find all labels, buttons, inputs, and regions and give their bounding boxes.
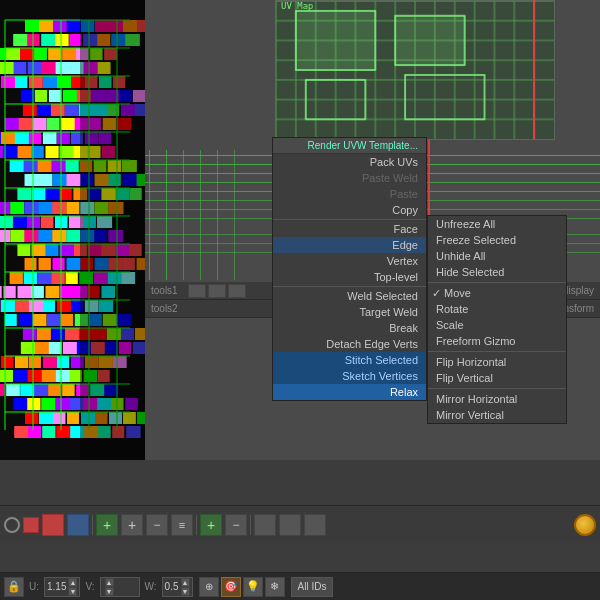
tb-btn[interactable] [228, 284, 246, 298]
w-spinner[interactable]: ▲ ▼ [181, 578, 190, 596]
v-line [200, 150, 201, 280]
submenu-freeform[interactable]: Freeform Gizmo [428, 333, 566, 349]
submenu-sep-1 [428, 282, 566, 283]
lock-btn[interactable]: 🔒 [4, 577, 24, 597]
menu-item-target-weld[interactable]: Target Weld [273, 304, 426, 320]
toolbar-buttons-1 [184, 284, 250, 298]
w-up-btn[interactable]: ▲ [181, 578, 190, 587]
menu-item-copy[interactable]: Copy [273, 202, 426, 218]
submenu-sep-3 [428, 388, 566, 389]
light-btn[interactable]: 💡 [243, 577, 263, 597]
tb-btn[interactable] [188, 284, 206, 298]
active-tool-btn[interactable] [42, 514, 64, 536]
plus-btn-3[interactable]: + [200, 514, 222, 536]
v-line [217, 150, 218, 280]
separator [250, 515, 251, 535]
separator [92, 515, 93, 535]
u-up-btn[interactable]: ▲ [68, 578, 77, 587]
submenu-flip-v[interactable]: Flip Vertical [428, 370, 566, 386]
v-line [149, 150, 150, 280]
submenu-mirror-v[interactable]: Mirror Vertical [428, 407, 566, 423]
menu-item-edge[interactable]: Edge [273, 237, 426, 253]
minus-btn-1[interactable]: − [146, 514, 168, 536]
menu-item-paste-weld: Paste Weld [273, 170, 426, 186]
menu-separator-2 [273, 286, 426, 287]
menu-separator-1 [273, 219, 426, 220]
red-accent-line [533, 0, 535, 140]
select-btn-2[interactable] [304, 514, 326, 536]
uv-grid [276, 1, 554, 139]
all-ids-btn[interactable]: All IDs [291, 577, 334, 597]
bottom-toolbar: + + − ≡ + − [0, 505, 600, 543]
v-spinner[interactable]: ▲ ▼ [105, 578, 114, 596]
w-value: 0.5 [165, 581, 179, 592]
snowflake-btn[interactable]: ❄ [265, 577, 285, 597]
submenu-flip-h[interactable]: Flip Horizontal [428, 354, 566, 370]
plus-btn-1[interactable]: + [96, 514, 118, 536]
v-label: V: [82, 581, 97, 592]
w-down-btn[interactable]: ▼ [181, 587, 190, 596]
u-spinner[interactable]: ▲ ▼ [68, 578, 77, 596]
main-container: tools1 display tools2 transform Render U… [0, 0, 600, 600]
submenu-mirror-h[interactable]: Mirror Horizontal [428, 391, 566, 407]
snap-btn[interactable]: 🎯 [221, 577, 241, 597]
orange-circle-btn[interactable] [574, 514, 596, 536]
w-label: W: [142, 581, 160, 592]
submenu-rotate[interactable]: Rotate [428, 301, 566, 317]
minus-btn-2[interactable]: − [225, 514, 247, 536]
tools2-label: tools2 [145, 303, 184, 314]
menu-item-relax[interactable]: Relax [273, 384, 426, 400]
submenu-unfreeze-all[interactable]: Unfreeze All [428, 216, 566, 232]
uv-vertical-lines [145, 150, 235, 280]
submenu-freeze-selected[interactable]: Freeze Selected [428, 232, 566, 248]
uvw-btn[interactable] [67, 514, 89, 536]
tools1-label: tools1 [145, 285, 184, 296]
menu-item-pack-uvs[interactable]: Pack UVs [273, 154, 426, 170]
v-line [183, 150, 184, 280]
magnet-btn[interactable]: ⊕ [199, 577, 219, 597]
display-label: display [563, 285, 600, 296]
mesh-canvas [0, 0, 145, 460]
menu-item-detach-edge[interactable]: Detach Edge Verts [273, 336, 426, 352]
v-line [234, 150, 235, 280]
menu-item-render-uvw[interactable]: Render UVW Template... [273, 138, 426, 154]
submenu-move[interactable]: Move [428, 285, 566, 301]
tb-btn[interactable] [208, 284, 226, 298]
status-bar: 🔒 U: 1.15 ▲ ▼ V: ▲ ▼ W: 0.5 ▲ ▼ [0, 572, 600, 600]
w-field: 0.5 ▲ ▼ [162, 577, 193, 597]
submenu-sep-2 [428, 351, 566, 352]
menu-item-sketch[interactable]: Sketch Vertices [273, 368, 426, 384]
brush-btn[interactable] [254, 514, 276, 536]
submenu-unhide-all[interactable]: Unhide All [428, 248, 566, 264]
u-field: 1.15 ▲ ▼ [44, 577, 80, 597]
viewport-left [0, 0, 145, 460]
uv-canvas [275, 0, 555, 140]
submenu-scale[interactable]: Scale [428, 317, 566, 333]
context-menu: Render UVW Template... Pack UVs Paste We… [272, 137, 427, 401]
circle-select-btn[interactable] [279, 514, 301, 536]
menu-item-vertex[interactable]: Vertex [273, 253, 426, 269]
menu-item-stitch[interactable]: Stitch Selected [273, 352, 426, 368]
u-value: 1.15 [47, 581, 66, 592]
v-down-btn[interactable]: ▼ [105, 587, 114, 596]
submenu-hide-selected[interactable]: Hide Selected [428, 264, 566, 280]
context-submenu: Unfreeze All Freeze Selected Unhide All … [427, 215, 567, 424]
move-btn[interactable] [23, 517, 39, 533]
u-down-btn[interactable]: ▼ [68, 587, 77, 596]
separator [196, 515, 197, 535]
menu-item-break[interactable]: Break [273, 320, 426, 336]
plus-btn-2[interactable]: + [121, 514, 143, 536]
u-label: U: [26, 581, 42, 592]
v-line [166, 150, 167, 280]
menu-item-paste: Paste [273, 186, 426, 202]
lines-btn[interactable]: ≡ [171, 514, 193, 536]
v-up-btn[interactable]: ▲ [105, 578, 114, 587]
circle-btn[interactable] [4, 517, 20, 533]
menu-item-top-level[interactable]: Top-level [273, 269, 426, 285]
menu-item-weld-selected[interactable]: Weld Selected [273, 288, 426, 304]
v-field: ▲ ▼ [100, 577, 140, 597]
menu-item-face[interactable]: Face [273, 221, 426, 237]
status-icons: ⊕ 🎯 💡 ❄ [199, 577, 285, 597]
